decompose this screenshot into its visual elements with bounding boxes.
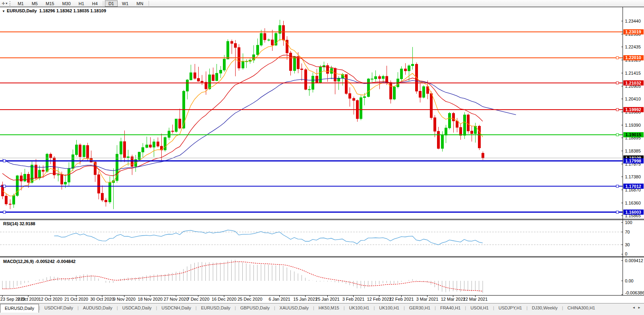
macd-histogram[interactable] — [2, 260, 483, 293]
price-axis-label: 1.16360 — [625, 201, 641, 205]
date-axis-label: 6 Jan 2021 — [269, 297, 290, 301]
title-marker-icon[interactable]: ▼ — [2, 10, 5, 13]
chart-tab-EURUSD-Daily[interactable]: EURUSD,Daily — [0, 304, 39, 313]
chart-tab-GER30-H1[interactable]: GER30,H1 — [405, 304, 435, 312]
chart-tab-CHINA300-H1[interactable]: CHINA300,H1 — [563, 304, 600, 312]
chart-tab-USDCHF-Daily[interactable]: USDCHF,Daily — [40, 304, 77, 312]
svg-text:1.17998: 1.17998 — [625, 158, 641, 163]
timeframe-button-MN[interactable]: MN — [133, 0, 147, 7]
date-axis-label: 12 Oct 2020 — [39, 297, 62, 301]
chart-tab-USDCNH-Daily[interactable]: USDCNH,Daily — [157, 304, 195, 312]
chart-tab-USDJPY-H1[interactable]: USDJPY,H1 — [494, 304, 526, 312]
chart-tab-UK100-H1[interactable]: UK100,H1 — [345, 304, 374, 312]
svg-text:1.17012: 1.17012 — [625, 184, 641, 189]
rsi-axis-label: 70 — [625, 230, 630, 234]
dropdown-caret-icon[interactable]: ▾ — [6, 2, 9, 5]
date-axis-label: 22 Feb 2021 — [389, 297, 414, 301]
date-axis-label: 7 Dec 2020 — [187, 297, 209, 301]
hline-marker[interactable] — [616, 185, 619, 187]
chart-tab-USDCAD-Daily[interactable]: USDCAD,Daily — [118, 304, 156, 312]
price-axis-label: 1.23440 — [625, 19, 641, 23]
price-axis-label: 1.19390 — [625, 123, 641, 128]
chart-tab-FRA40-H1[interactable]: FRA40,H1 — [436, 304, 465, 312]
candlestick-series[interactable] — [2, 20, 484, 209]
date-axis-label: 12 Feb 2021 — [367, 297, 392, 301]
hline-marker[interactable] — [3, 185, 6, 187]
svg-text:1.22010: 1.22010 — [625, 55, 641, 60]
hline-1.21032[interactable] — [0, 82, 623, 84]
svg-text:1.19992: 1.19992 — [625, 107, 641, 112]
price-axis-label: 1.20410 — [625, 97, 641, 101]
date-axis-label: 22 Mar 2021 — [463, 297, 488, 301]
date-axis-label: 3 Feb 2021 — [342, 297, 365, 301]
macd-axis-label: -0.006386 — [625, 290, 644, 295]
hline-marker[interactable] — [3, 160, 6, 162]
hline-1.17012[interactable] — [0, 185, 623, 187]
timeframe-button-M30[interactable]: M30 — [58, 0, 74, 7]
timeframe-button-D1[interactable]: D1 — [105, 0, 118, 7]
rsi-axis-label: 0 — [625, 251, 627, 256]
chart-tab-GBPUSD-Daily[interactable]: GBPUSD,Daily — [236, 304, 274, 312]
rsi-line[interactable] — [54, 230, 483, 245]
chart-tab-EURUSD-Daily[interactable]: EURUSD,Daily — [197, 304, 235, 312]
hline-1.19992[interactable] — [0, 108, 623, 111]
macd-indicator-label: MACD(12,26,9) -0.005242 -0.004842 — [3, 259, 75, 264]
date-axis-label: 2 Oct 2020 — [17, 297, 39, 301]
price-axis-label: 1.18385 — [625, 149, 641, 153]
chart-tab-HK50-M15[interactable]: HK50,M15 — [314, 304, 344, 312]
hline-marker[interactable] — [616, 56, 619, 59]
chart-tab-XAUUSD-Daily[interactable]: XAUUSD,Daily — [275, 304, 313, 312]
toolbar-separator — [103, 1, 103, 6]
timeframe-button-W1[interactable]: W1 — [118, 0, 132, 7]
ohlc-values: 1.18296 1.18362 1.18035 1.18109 — [39, 8, 106, 13]
hline-marker[interactable] — [616, 82, 619, 84]
price-tag-1.19992[interactable]: 1.19992 — [623, 107, 644, 112]
date-axis-label: 30 Oct 2020 — [90, 297, 114, 301]
chart-tab-UK100-H1[interactable]: UK100,H1 — [375, 304, 404, 312]
date-axis-label: 16 Dec 2020 — [212, 297, 236, 301]
price-tag-1.19015[interactable]: 1.19015 — [623, 132, 644, 137]
timeframe-button-M1[interactable]: M1 — [14, 0, 27, 7]
svg-text:1.23019: 1.23019 — [625, 29, 641, 34]
chart-tab-USOil-H1[interactable]: USOil,H1 — [466, 304, 493, 312]
chart-tab-AUDUSD-Daily[interactable]: AUDUSD,Daily — [79, 304, 117, 312]
symbol-title: EURUSD,Daily — [7, 8, 37, 13]
price-axis-label: 1.17380 — [625, 174, 641, 179]
rsi-indicator-label: RSI(14) 32.9188 — [3, 221, 35, 226]
tab-scroll-arrows: ◄ ► — [630, 303, 644, 309]
timeframe-button-H1[interactable]: H1 — [75, 0, 88, 7]
hline-marker[interactable] — [3, 211, 6, 213]
hline-1.22010[interactable] — [0, 56, 623, 59]
price-tag-1.17012[interactable]: 1.17012 — [623, 184, 644, 189]
date-axis-label: 3 Mar 2021 — [416, 297, 439, 301]
toolbar-separator — [149, 1, 149, 6]
date-axis-label: 12 Mar 2021 — [441, 297, 466, 301]
chart-canvas[interactable]: 1.234401.229301.224351.219251.214151.209… — [0, 7, 644, 303]
chart-title: ▼EURUSD,Daily 1.18296 1.18362 1.18035 1.… — [2, 8, 106, 13]
price-tag-1.21032[interactable]: 1.21032 — [623, 80, 644, 85]
hline-1.19015[interactable] — [0, 133, 623, 136]
timeframe-toolbar: ✛ ▾ M1M5M15M30H1H4D1W1MN — [0, 0, 644, 7]
svg-text:1.16003: 1.16003 — [625, 210, 641, 215]
chart-tab-DJ30-Weekly[interactable]: DJ30,Weekly — [528, 304, 562, 312]
price-tag-1.16003[interactable]: 1.16003 — [623, 210, 644, 215]
price-tag-1.22010[interactable]: 1.22010 — [623, 55, 644, 60]
tab-scroll-left-icon[interactable]: ◄ — [632, 306, 635, 309]
date-axis-label: 15 Jan 2021 — [293, 297, 317, 301]
rsi-axis-label: 30 — [625, 242, 630, 247]
date-axis-label: 9 Nov 2020 — [113, 297, 135, 301]
svg-text:1.21032: 1.21032 — [625, 81, 641, 85]
timeframe-button-H4[interactable]: H4 — [89, 0, 101, 7]
hline-marker[interactable] — [616, 108, 619, 111]
rsi-axis-label: 100 — [625, 220, 632, 225]
timeframe-button-M15[interactable]: M15 — [42, 0, 58, 7]
price-tag-1.23019[interactable]: 1.23019 — [623, 29, 644, 35]
hline-marker[interactable] — [616, 133, 619, 136]
tab-scroll-right-icon[interactable]: ► — [638, 306, 641, 309]
cursor-tool-icon[interactable]: ✛ — [0, 1, 6, 6]
price-tag-1.17998[interactable]: 1.17998 — [623, 158, 644, 163]
chart-tabs-bar: EURUSD,Daily|USDCHF,Daily|AUDUSD,Daily|U… — [0, 303, 644, 315]
timeframe-button-M5[interactable]: M5 — [28, 0, 41, 7]
hline-marker[interactable] — [616, 211, 619, 213]
hline-1.16003[interactable] — [0, 211, 623, 213]
